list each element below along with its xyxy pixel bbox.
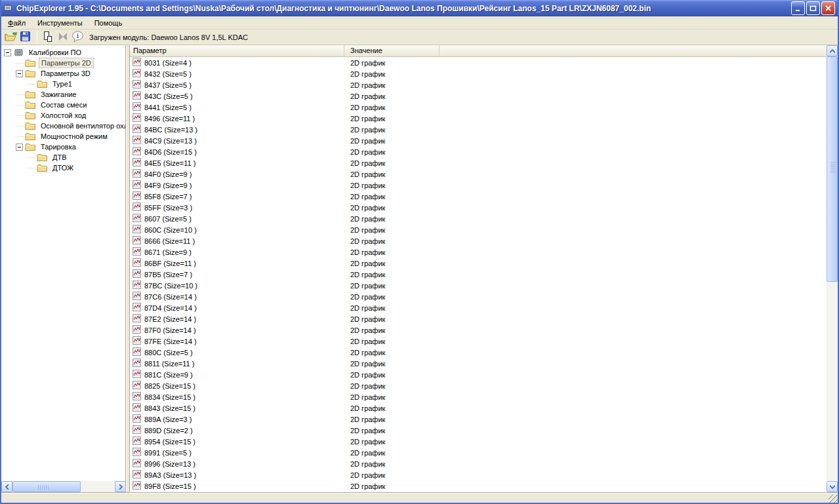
table-row[interactable]: 8671 (Size=9 ) 2D график (130, 246, 829, 258)
table-row[interactable]: 86BF (Size=11 ) 2D график (130, 258, 829, 269)
tree-item-label[interactable]: Параметры 3D (39, 69, 92, 78)
menu-item-help[interactable]: Помощь (89, 17, 129, 29)
tree-item-label[interactable]: Зажигание (39, 90, 79, 99)
param-label: 8031 (Size=4 ) (144, 59, 192, 67)
scroll-right-button[interactable] (115, 481, 126, 492)
tree-item-label[interactable]: Type1 (51, 79, 74, 88)
chart-icon (133, 403, 144, 413)
table-row[interactable]: 880C (Size=5 ) 2D график (130, 347, 829, 358)
tree-item-label[interactable]: Тарировка (39, 142, 78, 151)
table-row[interactable]: 87E2 (Size=14 ) 2D график (130, 313, 829, 324)
save-button[interactable] (18, 30, 33, 45)
scroll-up-button[interactable] (827, 45, 838, 56)
table-row[interactable]: 85FF (Size=3 ) 2D график (130, 202, 829, 213)
param-label: 89A3 (Size=13 ) (144, 471, 196, 479)
param-cell: 87FE (Size=14 ) (130, 336, 344, 346)
chart-icon (133, 325, 144, 335)
info-button[interactable]: i (70, 30, 85, 45)
table-row[interactable]: 8496 (Size=11 ) 2D график (130, 113, 829, 124)
table-row[interactable]: 8825 (Size=15 ) 2D график (130, 380, 829, 391)
param-cell: 84E5 (Size=11 ) (130, 158, 344, 168)
tree-item-label[interactable]: Калибровки ПО (27, 48, 83, 57)
tree-item-label[interactable]: ДТОЖ (51, 163, 75, 172)
table-row[interactable]: 87F0 (Size=14 ) 2D график (130, 324, 829, 336)
column-header-param[interactable]: Параметр (130, 45, 344, 57)
tree-item-label[interactable]: Состав смеси (39, 100, 89, 109)
table-row[interactable]: 8441 (Size=5 ) 2D график (130, 102, 829, 113)
list-vertical-scrollbar[interactable] (827, 45, 838, 492)
table-row[interactable]: 84F0 (Size=9 ) 2D график (130, 168, 829, 180)
maximize-button[interactable] (806, 1, 820, 15)
collapse-minus-icon[interactable] (4, 49, 11, 56)
chart-icon (133, 425, 144, 435)
table-row[interactable]: 87B5 (Size=7 ) 2D график (130, 269, 829, 280)
tree-item-label[interactable]: Параметры 2D (39, 58, 94, 68)
tree-item-main-fan: Основной вентилятор охл (1, 121, 125, 131)
close-button[interactable] (821, 1, 835, 15)
table-row[interactable]: 85F8 (Size=7 ) 2D график (130, 191, 829, 202)
table-row[interactable]: 8666 (Size=11 ) 2D график (130, 235, 829, 246)
table-row[interactable]: 84E5 (Size=11 ) 2D график (130, 157, 829, 168)
table-row[interactable]: 8432 (Size=5 ) 2D график (130, 68, 829, 79)
table-row[interactable]: 84D6 (Size=15 ) 2D график (130, 146, 829, 157)
tree-item-dtozh: ДТОЖ (1, 163, 125, 173)
param-cell: 87C6 (Size=14 ) (130, 292, 344, 301)
param-label: 8825 (Size=15 ) (144, 382, 195, 390)
table-row[interactable]: 87FE (Size=14 ) 2D график (130, 336, 829, 347)
tree-expander (28, 154, 35, 161)
table-row[interactable]: 87C6 (Size=14 ) 2D график (130, 291, 829, 302)
table-row[interactable]: 89F8 (Size=15 ) 2D график (130, 480, 829, 492)
tree-item-label[interactable]: Мощностной режим (39, 132, 110, 141)
table-row[interactable]: 889A (Size=3 ) 2D график (130, 414, 829, 425)
open-file-button[interactable] (3, 30, 18, 45)
window-title: ChipExplorer 1.95 - C:\Documents and Set… (16, 4, 791, 13)
tree-item-label[interactable]: Основной вентилятор охл (39, 121, 126, 130)
collapse-minus-icon[interactable] (16, 70, 23, 77)
table-row[interactable]: 84C9 (Size=13 ) 2D график (130, 135, 829, 146)
table-row[interactable]: 843C (Size=5 ) 2D график (130, 90, 829, 102)
value-cell: 2D график (344, 126, 440, 134)
menu-item-tools[interactable]: Инструменты (31, 17, 89, 29)
table-row[interactable]: 8991 (Size=5 ) 2D график (130, 447, 829, 458)
hscroll-thumb[interactable] (12, 481, 81, 492)
table-row[interactable]: 8437 (Size=5 ) 2D график (130, 79, 829, 90)
resize-grip[interactable] (829, 495, 838, 504)
chip-windows-button[interactable] (40, 30, 55, 45)
value-cell: 2D график (344, 416, 440, 423)
table-row[interactable]: 889D (Size=2 ) 2D график (130, 425, 829, 436)
scroll-left-button[interactable] (1, 481, 12, 492)
table-row[interactable]: 8843 (Size=15 ) 2D график (130, 402, 829, 414)
table-row[interactable]: 8954 (Size=15 ) 2D график (130, 436, 829, 447)
table-row[interactable]: 8834 (Size=15 ) 2D график (130, 391, 829, 402)
table-row[interactable]: 84F9 (Size=9 ) 2D график (130, 180, 829, 191)
table-row[interactable]: 8031 (Size=4 ) 2D график (130, 57, 829, 68)
table-row[interactable]: 84BC (Size=13 ) 2D график (130, 124, 829, 135)
chart-icon (133, 459, 144, 469)
table-row[interactable]: 87D4 (Size=14 ) 2D график (130, 302, 829, 313)
table-row[interactable]: 8811 (Size=11 ) 2D график (130, 358, 829, 369)
param-cell: 8954 (Size=15 ) (130, 436, 344, 446)
column-header-value[interactable]: Значение (344, 45, 440, 57)
chart-icon (133, 58, 144, 68)
param-cell: 84F9 (Size=9 ) (130, 180, 344, 190)
hscroll-track[interactable] (81, 481, 115, 492)
param-cell: 89F8 (Size=15 ) (130, 481, 344, 491)
tree-expander (16, 123, 23, 130)
menu-item-file[interactable]: Файл (2, 17, 31, 29)
table-row[interactable]: 860C (Size=10 ) 2D график (130, 224, 829, 235)
folder-icon (25, 69, 36, 78)
minimize-button[interactable] (791, 1, 805, 15)
tree-item-label[interactable]: ДТВ (51, 153, 69, 162)
tree-expander (16, 133, 23, 140)
param-cell: 8991 (Size=5 ) (130, 448, 344, 457)
tree-item-label[interactable]: Холостой ход (39, 111, 88, 120)
table-row[interactable]: 881C (Size=9 ) 2D график (130, 369, 829, 380)
vscroll-thumb[interactable] (827, 56, 838, 282)
table-row[interactable]: 8607 (Size=5 ) 2D график (130, 213, 829, 224)
table-row[interactable]: 89A3 (Size=13 ) 2D график (130, 469, 829, 480)
table-row[interactable]: 8996 (Size=13 ) 2D график (130, 458, 829, 469)
table-row[interactable]: 87BC (Size=10 ) 2D график (130, 280, 829, 291)
scroll-down-button[interactable] (827, 481, 838, 492)
param-label: 87D4 (Size=14 ) (144, 304, 197, 312)
collapse-minus-icon[interactable] (16, 144, 23, 151)
